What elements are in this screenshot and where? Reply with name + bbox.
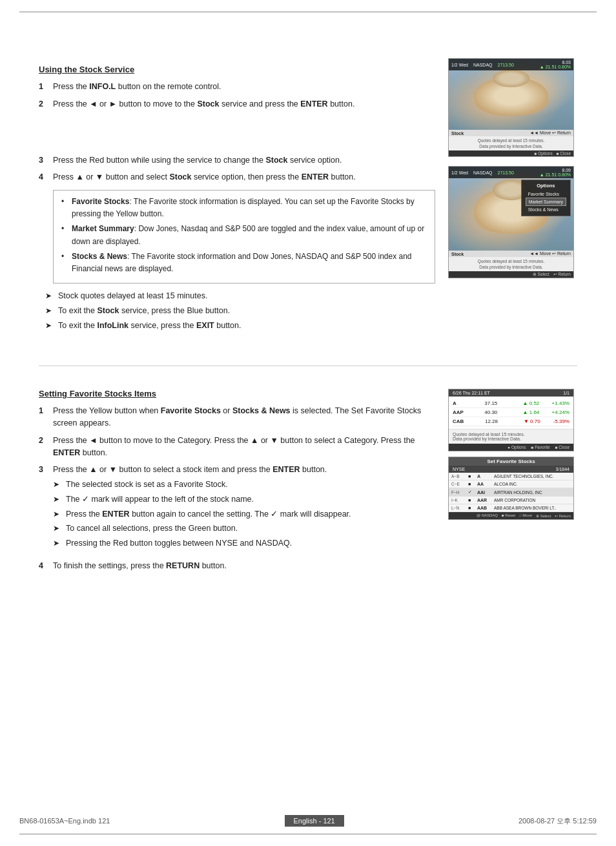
section2-images: 6/26 Thu 22:11 ET 1/1 A 37.15 ▲ 0.52 +1.… xyxy=(448,389,577,577)
tv2-pct: ▲ 21.51 0.80% xyxy=(540,172,571,177)
stock-table-date: 6/26 Thu 22:11 ET xyxy=(453,391,490,395)
tv-overlay-bar1: 1/2 Wed NASDAQ 2713.50 8.03 ▲ 21.51 0.80… xyxy=(449,59,573,70)
fav-nasdaq: @ NASDAQ xyxy=(477,513,498,518)
s2-note5: ➤ Pressing the Red button toggles betwee… xyxy=(53,537,435,550)
s2-note3-text: Press the ENTER button again to cancel t… xyxy=(66,508,351,521)
stock-change-aap: ▲ 1.64 xyxy=(523,409,540,415)
s2-step2-text: Press the ◄ button to move to the Catego… xyxy=(53,435,435,459)
step3-num: 3 xyxy=(39,154,48,167)
stock-price-aap: 40.30 xyxy=(484,409,510,415)
step2: 2 Press the ◄ or ► button to move to the… xyxy=(39,98,435,110)
infobox-text1: Favorite Stocks: The Favorite stock info… xyxy=(72,196,427,220)
tv1-options: ■ Options xyxy=(535,151,553,156)
fav-check-2: ■ xyxy=(468,482,475,486)
section1-steps-34: 3 Press the Red button while using the s… xyxy=(39,154,435,184)
stock-table-body: A 37.15 ▲ 0.52 +1.43% AAP 40.30 ▲ 1.64 +… xyxy=(449,397,573,429)
tv2-stock-info: 1/2 Wed NASDAQ 2713.50 xyxy=(451,170,514,175)
fav-name-a: AGILENT TECHNOLGIES, INC. xyxy=(494,474,571,479)
stock-pct-cab: -5.39% xyxy=(553,418,570,424)
step1-text: Press the INFO.L button on the remote co… xyxy=(53,81,435,93)
infobox-label1: Favorite Stocks xyxy=(72,197,129,206)
footer-left: BN68-01653A~Eng.indb 121 xyxy=(19,817,110,825)
fav-select: ⊕ Select xyxy=(536,513,551,518)
infobox-item2: • Market Summary: Dow Jones, Nasdaq and … xyxy=(61,223,427,247)
bullet1: • xyxy=(61,196,68,220)
s2-arrow4: ➤ xyxy=(53,522,62,535)
step2-bold2: ENTER xyxy=(300,99,327,108)
s2-note5-text: Pressing the Red button toggles between … xyxy=(66,537,292,550)
tv-nasdaq-val: 2713.50 xyxy=(498,63,514,67)
fav-check-5: ■ xyxy=(468,506,475,510)
section1-text: Using the Stock Service 1 Press the INFO… xyxy=(39,65,435,336)
fav-cat-1: A~B xyxy=(451,474,466,479)
s2-note4: ➤ To cancel all selections, press the Gr… xyxy=(53,522,435,535)
infobox-label3: Stocks & News xyxy=(72,252,127,261)
fav-name-aai: AIRTRAN HOLDING, INC xyxy=(494,490,571,495)
tv2-nav-bottom: ⊕ Select ↩ Return xyxy=(449,271,573,278)
s2-step3-text: Press the ▲ or ▼ button to select a stoc… xyxy=(53,464,435,555)
tv-screen1: 1/2 Wed NASDAQ 2713.50 8.03 ▲ 21.51 0.80… xyxy=(448,58,574,157)
section2-text: Setting Favorite Stocks Items 1 Press th… xyxy=(39,389,435,577)
fav-cat-4: I~K xyxy=(451,498,466,502)
tv-nasdaq-label: NASDAQ xyxy=(473,63,493,67)
arrow2: ➤ xyxy=(45,305,54,317)
tv-menu-item3: Stocks & News xyxy=(526,206,566,213)
s2-step1-text: Press the Yellow button when Favorite St… xyxy=(53,405,435,429)
section1-title: Using the Stock Service xyxy=(39,65,435,74)
s2-arrow2: ➤ xyxy=(53,493,62,506)
s2-note4-text: To cancel all selections, press the Gree… xyxy=(66,522,238,535)
content-area: Using the Stock Service 1 Press the INFO… xyxy=(39,26,577,577)
infobox-text3: Stocks & News: The Favorite stock inform… xyxy=(72,251,427,275)
tv-menu-overlay: Options Favorite Stocks Market Summary S… xyxy=(521,180,571,216)
stock-price-a: 37.15 xyxy=(484,400,510,406)
tv-change-pct: ▲ 21.51 0.80% xyxy=(540,65,571,69)
tv2-nav: Stock ◄◄ Move ↩ Return xyxy=(449,251,573,257)
fav-row-1: A~B ■ A AGILENT TECHNOLGIES, INC. xyxy=(449,473,573,480)
s2-note3-bold: ENTER xyxy=(102,510,129,519)
fav-name-aab: ABB ASEA BROWN BOVERI LT.. xyxy=(494,506,571,510)
fav-name-aar: AMR CORPORATION xyxy=(494,498,571,502)
stock-row-a: A 37.15 ▲ 0.52 +1.43% xyxy=(453,399,570,408)
s2-step4-num: 4 xyxy=(39,560,48,572)
s2-step4-text: To finish the settings, press the RETURN… xyxy=(53,560,435,572)
bullet3: • xyxy=(61,251,68,275)
s2-step2-bold: ENTER xyxy=(53,448,80,457)
tv2-nasdaq-label: NASDAQ xyxy=(473,170,493,175)
s2-step2-num: 2 xyxy=(39,435,48,459)
s2-step2: 2 Press the ◄ button to move to the Cate… xyxy=(39,435,435,459)
tv-menu-item1: Favorite Stocks xyxy=(526,191,566,198)
step2-bold1: Stock xyxy=(197,99,219,108)
tv2-stock-label: Stock xyxy=(451,252,464,256)
s2-step3: 3 Press the ▲ or ▼ button to select a st… xyxy=(39,464,435,555)
s2-note2: ➤ The ✓ mark will appear to the left of … xyxy=(53,493,435,506)
s2-step3-num: 3 xyxy=(39,464,48,555)
s2-step4: 4 To finish the settings, press the RETU… xyxy=(39,560,435,572)
fav-cat-5: L~N xyxy=(451,506,466,510)
step4-bold1: Stock xyxy=(169,172,191,181)
note2-bold: Stock xyxy=(97,306,119,315)
stock-table-footer: ● Options ■ Favorite ■ Close xyxy=(449,444,573,451)
infobox-text2: Market Summary: Dow Jones, Nasdaq and S&… xyxy=(72,223,427,247)
step1-bold1: INFO.L xyxy=(89,82,116,91)
fav-exchange: NYSE xyxy=(453,467,465,471)
fav-reset: ■ Reset xyxy=(502,513,515,518)
s2-note1: ➤ The selected stock is set as a Favorit… xyxy=(53,479,435,491)
notes-list: ➤ Stock quotes delayed at least 15 minut… xyxy=(45,290,435,331)
fav-ticker-aa: AA xyxy=(477,482,491,486)
fav-footer: @ NASDAQ ■ Reset ⌂ Move ⊕ Select ↩ Retur… xyxy=(449,512,573,519)
tv2-select: ⊕ Select xyxy=(533,272,549,277)
step3: 3 Press the Red button while using the s… xyxy=(39,154,435,167)
tv2-return: ↩ Return xyxy=(553,272,571,277)
step3-bold1: Stock xyxy=(265,156,287,165)
arrow1: ➤ xyxy=(45,290,54,302)
s2-note2-text: The ✓ mark will appear to the left of th… xyxy=(66,493,254,506)
tv1-nav: Stock ◄◄ Move ↩ Return xyxy=(449,130,573,136)
stock-footer-close: ■ Close xyxy=(555,445,570,449)
section1-images: 1/2 Wed NASDAQ 2713.50 8.03 ▲ 21.51 0.80… xyxy=(448,58,577,336)
fav-check-3: ✓ xyxy=(468,490,475,495)
step2-num: 2 xyxy=(39,98,48,110)
tv2-num: 8.09 xyxy=(540,168,571,172)
tv-overlay-bar2: 1/2 Wed NASDAQ 2713.50 8.09 ▲ 21.51 0.80… xyxy=(449,167,573,178)
tv1-options-bar: ■ Options ■ Close xyxy=(449,150,573,156)
infobox-label2: Market Summary xyxy=(72,224,134,233)
